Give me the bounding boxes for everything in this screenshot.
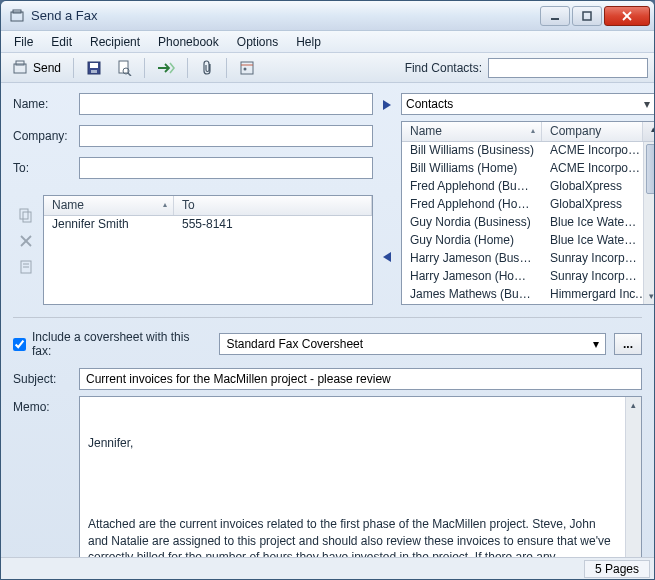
contacts-source-combo[interactable]: Contacts ▾: [401, 93, 654, 115]
contact-company: ACME Incorpo…: [542, 142, 654, 160]
contact-row[interactable]: Guy Nordia (Business)Blue Ice Wate…: [402, 214, 654, 232]
contacts-scrollbar[interactable]: ▾: [643, 142, 654, 304]
contact-name: Bill Williams (Home): [402, 160, 542, 178]
scroll-up-icon[interactable]: ▴: [626, 397, 641, 413]
company-input[interactable]: [79, 125, 373, 147]
svg-point-16: [244, 67, 247, 70]
send-button[interactable]: Send: [7, 56, 67, 80]
send-arrow-icon: [157, 61, 175, 75]
remove-recipient-arrow[interactable]: [379, 249, 395, 265]
save-button[interactable]: [80, 56, 108, 80]
contact-row[interactable]: Bill Williams (Home)ACME Incorpo…: [402, 160, 654, 178]
recipient-name: Jennifer Smith: [44, 216, 174, 234]
recipients-header-to[interactable]: To: [174, 196, 372, 215]
menu-bar: File Edit Recipient Phonebook Options He…: [1, 31, 654, 53]
coversheet-combo[interactable]: Standard Fax Coversheet ▾: [219, 333, 606, 355]
scroll-up-icon[interactable]: ▴: [643, 122, 654, 141]
recipient-row[interactable]: Jennifer Smith 555-8141: [44, 216, 372, 234]
subject-input[interactable]: [79, 368, 642, 390]
app-window: Send a Fax File Edit Recipient Phonebook…: [0, 0, 655, 580]
contacts-combo-value: Contacts: [406, 97, 453, 111]
maximize-button[interactable]: [572, 6, 602, 26]
contact-name: Guy Nordia (Home): [402, 232, 542, 250]
recipients-list[interactable]: Name To Jennifer Smith 555-8141: [43, 195, 373, 305]
menu-edit[interactable]: Edit: [42, 33, 81, 51]
contact-name: Guy Nordia (Business): [402, 214, 542, 232]
toolbar-separator: [144, 58, 145, 78]
coversheet-browse-button[interactable]: ...: [614, 333, 642, 355]
divider: [13, 317, 642, 318]
contact-name: Bill Williams (Business): [402, 142, 542, 160]
contact-row[interactable]: Fred Applehond (Business)GlobalXpress: [402, 178, 654, 196]
chevron-down-icon: ▾: [639, 97, 654, 111]
contact-row[interactable]: Bill Williams (Business)ACME Incorpo…: [402, 142, 654, 160]
svg-rect-17: [20, 209, 28, 219]
toolbar-separator: [73, 58, 74, 78]
contacts-button[interactable]: [233, 56, 261, 80]
svg-line-13: [128, 73, 131, 76]
send-label: Send: [33, 61, 61, 75]
window-title: Send a Fax: [31, 8, 540, 23]
contact-company: Himmergard Inc.…: [542, 286, 654, 304]
contact-name: Harry Jameson (Home): [402, 268, 542, 286]
menu-options[interactable]: Options: [228, 33, 287, 51]
menu-file[interactable]: File: [5, 33, 42, 51]
find-contacts-label: Find Contacts:: [405, 61, 482, 75]
contact-row[interactable]: Guy Nordia (Home)Blue Ice Wate…: [402, 232, 654, 250]
menu-recipient[interactable]: Recipient: [81, 33, 149, 51]
contact-row[interactable]: James Mathews (Busine…Himmergard Inc.…: [402, 286, 654, 304]
to-label: To:: [13, 161, 71, 175]
svg-rect-14: [241, 62, 253, 74]
contact-name: James Mathews (Busine…: [402, 286, 542, 304]
memo-label: Memo:: [13, 396, 71, 414]
app-icon: [9, 8, 25, 24]
contact-company: GlobalXpress: [542, 196, 654, 214]
memo-textarea[interactable]: Jennifer, Attached are the current invoi…: [79, 396, 642, 557]
contact-company: Blue Ice Wate…: [542, 214, 654, 232]
contact-name: Fred Applehond (Home): [402, 196, 542, 214]
menu-phonebook[interactable]: Phonebook: [149, 33, 228, 51]
toolbar-separator: [226, 58, 227, 78]
delete-recipient-icon[interactable]: [16, 231, 36, 251]
coversheet-checkbox[interactable]: Include a coversheet with this fax:: [13, 330, 211, 358]
copy-recipient-icon[interactable]: [16, 205, 36, 225]
contact-row[interactable]: Fred Applehond (Home)GlobalXpress: [402, 196, 654, 214]
minimize-button[interactable]: [540, 6, 570, 26]
name-label: Name:: [13, 97, 71, 111]
toolbar: Send Find Contacts:: [1, 53, 654, 83]
svg-rect-18: [23, 212, 31, 222]
coversheet-label: Include a coversheet with this fax:: [32, 330, 211, 358]
scrollbar-thumb[interactable]: [646, 144, 654, 194]
contact-company: Blue Ice Wate…: [542, 232, 654, 250]
title-bar: Send a Fax: [1, 1, 654, 31]
svg-rect-10: [91, 70, 97, 73]
attach-button[interactable]: [194, 56, 220, 80]
coversheet-checkbox-input[interactable]: [13, 338, 26, 351]
memo-greeting: Jennifer,: [88, 435, 615, 451]
scroll-down-icon[interactable]: ▾: [644, 288, 654, 304]
contact-row[interactable]: Harry Jameson (Business)Sunray Incorp…: [402, 250, 654, 268]
recipient-properties-icon[interactable]: [16, 257, 36, 277]
menu-help[interactable]: Help: [287, 33, 330, 51]
chevron-down-icon: ▾: [593, 337, 599, 351]
add-recipient-arrow[interactable]: [379, 97, 395, 113]
name-input[interactable]: [79, 93, 373, 115]
memo-scrollbar[interactable]: ▴: [625, 397, 641, 557]
toolbar-separator: [187, 58, 188, 78]
find-contacts-input[interactable]: [488, 58, 648, 78]
recipients-header-name[interactable]: Name: [44, 196, 174, 215]
contact-name: Fred Applehond (Business): [402, 178, 542, 196]
contacts-header-company[interactable]: Company: [542, 122, 643, 141]
contact-name: Harry Jameson (Business): [402, 250, 542, 268]
contacts-header-name[interactable]: Name: [402, 122, 542, 141]
send-fax-icon: [13, 60, 29, 76]
contacts-list[interactable]: Name Company ▴ Bill Williams (Business)A…: [401, 121, 654, 305]
send-later-button[interactable]: [151, 56, 181, 80]
coversheet-value: Standard Fax Coversheet: [226, 337, 363, 351]
to-input[interactable]: [79, 157, 373, 179]
subject-label: Subject:: [13, 372, 71, 386]
svg-rect-3: [583, 12, 591, 20]
preview-button[interactable]: [110, 56, 138, 80]
close-button[interactable]: [604, 6, 650, 26]
contact-row[interactable]: Harry Jameson (Home)Sunray Incorp…: [402, 268, 654, 286]
